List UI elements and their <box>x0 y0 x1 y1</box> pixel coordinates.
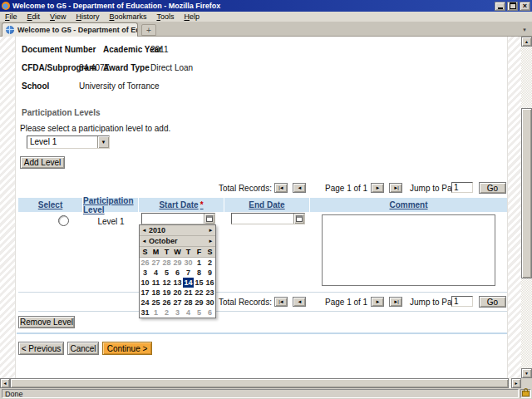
menu-history[interactable]: History <box>71 12 104 21</box>
scroll-left-icon[interactable]: ◄ <box>0 378 10 388</box>
previous-year-icon[interactable]: ◄ <box>140 225 148 235</box>
menu-view[interactable]: View <box>45 12 71 21</box>
calendar-day-selected[interactable]: 14 <box>183 278 194 288</box>
last-page-button[interactable]: ►| <box>389 297 402 307</box>
calendar-day-header: S <box>204 247 215 257</box>
calendar-day[interactable]: 5 <box>161 268 172 278</box>
calendar-day[interactable]: 10 <box>140 278 150 288</box>
calendar-day[interactable]: 4 <box>150 268 161 278</box>
calendar-day[interactable]: 15 <box>194 278 204 288</box>
end-date-calendar-button[interactable] <box>293 214 304 224</box>
calendar-day[interactable]: 27 <box>172 298 183 308</box>
cancel-button[interactable]: Cancel <box>67 342 99 355</box>
go-button[interactable]: Go <box>479 182 506 194</box>
calendar-day[interactable]: 6 <box>172 268 183 278</box>
first-page-button[interactable]: |◄ <box>274 183 288 193</box>
menu-help[interactable]: Help <box>179 12 204 21</box>
calendar-day[interactable]: 9 <box>204 268 215 278</box>
first-page-button[interactable]: |◄ <box>274 297 288 307</box>
calendar-day[interactable]: 31 <box>140 308 150 318</box>
calendar-day[interactable]: 6 <box>204 308 215 318</box>
header-start-date[interactable]: Start Date* <box>139 198 224 212</box>
calendar-day[interactable]: 3 <box>140 268 150 278</box>
tab-welcome[interactable]: Welcome to G5 - Department of Edu... <box>2 22 138 37</box>
calendar-day[interactable]: 1 <box>194 258 204 268</box>
remove-level-button[interactable]: Remove Level <box>18 316 75 328</box>
calendar-day[interactable]: 8 <box>194 268 204 278</box>
calendar-day[interactable]: 24 <box>140 298 150 308</box>
next-year-icon[interactable]: ► <box>207 225 214 235</box>
calendar-day[interactable]: 2 <box>204 258 215 268</box>
calendar-day[interactable]: 22 <box>194 288 204 298</box>
close-button[interactable]: × <box>520 2 530 11</box>
calendar-day[interactable]: 28 <box>183 298 194 308</box>
calendar-day[interactable]: 17 <box>140 288 150 298</box>
menu-file[interactable]: File <box>0 12 22 21</box>
vertical-scrollbar-thumb[interactable] <box>521 108 532 278</box>
calendar-day[interactable]: 23 <box>204 288 215 298</box>
header-participation-level[interactable]: Participation Level <box>83 198 139 212</box>
horizontal-scrollbar-thumb[interactable] <box>10 378 509 388</box>
calendar-day[interactable]: 26 <box>161 298 172 308</box>
minimize-button[interactable] <box>495 2 505 11</box>
calendar-day[interactable]: 7 <box>183 268 194 278</box>
previous-page-button[interactable]: ◄ <box>293 183 306 193</box>
calendar-day[interactable]: 30 <box>183 258 194 268</box>
calendar-day[interactable]: 3 <box>172 308 183 318</box>
row-select-radio[interactable] <box>58 215 69 226</box>
scroll-down-icon[interactable]: ▼ <box>521 368 532 378</box>
go-button[interactable]: Go <box>479 296 506 308</box>
header-select[interactable]: Select <box>18 198 83 212</box>
calendar-day[interactable]: 1 <box>150 308 161 318</box>
total-records: Total Records: 1 <box>219 184 278 193</box>
last-page-button[interactable]: ►| <box>389 183 402 193</box>
calendar-day[interactable]: 4 <box>183 308 194 318</box>
calendar-day[interactable]: 2 <box>161 308 172 318</box>
calendar-day[interactable]: 12 <box>161 278 172 288</box>
restore-button[interactable] <box>507 2 518 11</box>
previous-page-button[interactable]: ◄ <box>293 297 306 307</box>
menu-tools[interactable]: Tools <box>151 12 179 21</box>
calendar-day[interactable]: 28 <box>161 258 172 268</box>
horizontal-scrollbar[interactable]: ◄ ► <box>0 378 521 388</box>
continue-button[interactable]: Continue > <box>102 342 152 355</box>
calendar-day[interactable]: 20 <box>172 288 183 298</box>
calendar-day[interactable]: 30 <box>204 298 215 308</box>
select-dropdown-icon[interactable]: ▼ <box>97 136 109 148</box>
new-tab-button[interactable]: + <box>141 24 156 36</box>
calendar-day[interactable]: 5 <box>194 308 204 318</box>
jump-to-page-input[interactable] <box>451 296 473 307</box>
previous-button[interactable]: < Previous <box>18 342 64 355</box>
calendar-day[interactable]: 27 <box>150 258 161 268</box>
calendar-day[interactable]: 29 <box>172 258 183 268</box>
calendar-day[interactable]: 11 <box>150 278 161 288</box>
comment-textarea[interactable] <box>322 214 495 286</box>
menu-bookmarks[interactable]: Bookmarks <box>104 12 151 21</box>
academic-year-value: 2011 <box>150 45 169 54</box>
previous-month-icon[interactable]: ◄ <box>140 236 148 246</box>
menu-edit[interactable]: Edit <box>22 12 46 21</box>
next-page-button[interactable]: ► <box>371 297 384 307</box>
list-tabs-icon[interactable]: ▾ <box>520 25 530 34</box>
next-page-button[interactable]: ► <box>371 183 384 193</box>
calendar-day[interactable]: 21 <box>183 288 194 298</box>
scroll-up-icon[interactable]: ▲ <box>521 37 532 47</box>
calendar-day[interactable]: 26 <box>140 258 150 268</box>
calendar-day[interactable]: 25 <box>150 298 161 308</box>
add-level-button[interactable]: Add Level <box>20 156 65 169</box>
calendar-day[interactable]: 29 <box>194 298 204 308</box>
start-date-input[interactable] <box>141 213 215 224</box>
scroll-right-icon[interactable]: ► <box>511 378 521 388</box>
calendar-day[interactable]: 13 <box>172 278 183 288</box>
calendar-day[interactable]: 19 <box>161 288 172 298</box>
participation-level-select[interactable]: Level 1 ▼ <box>27 135 110 149</box>
vertical-scrollbar[interactable]: ▲ ▼ <box>521 37 532 378</box>
calendar-day[interactable]: 18 <box>150 288 161 298</box>
calendar-day[interactable]: 16 <box>204 278 215 288</box>
jump-to-page-input[interactable] <box>451 182 473 193</box>
next-month-icon[interactable]: ► <box>207 236 214 246</box>
header-end-date[interactable]: End Date <box>224 198 310 212</box>
start-date-calendar-button[interactable] <box>204 214 214 224</box>
end-date-input[interactable] <box>231 213 305 224</box>
header-comment[interactable]: Comment <box>310 198 507 212</box>
